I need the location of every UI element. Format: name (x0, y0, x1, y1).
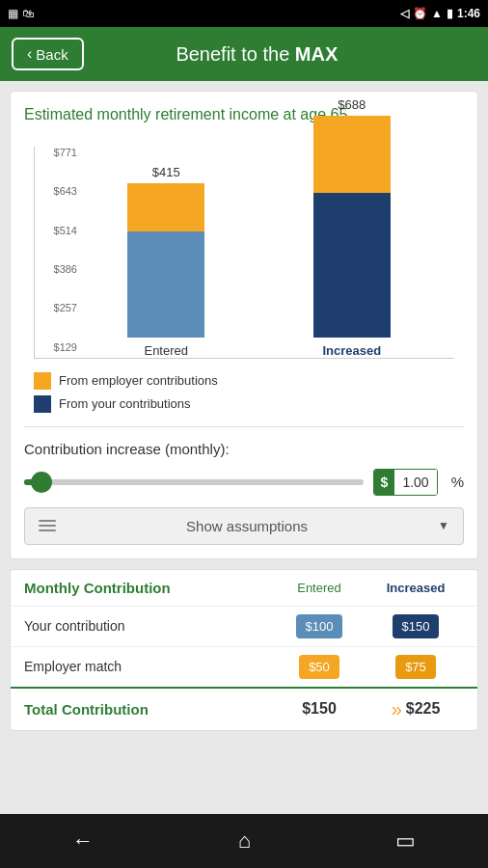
chart-separator (24, 426, 464, 427)
bar-group-increased: $688 Increased (269, 97, 436, 358)
bar-label-entered: Entered (144, 343, 188, 358)
slider-percent-symbol: % (451, 474, 464, 490)
legend-employee-label: From your contributions (59, 396, 191, 411)
bottom-nav: ← ⌂ ▭ (0, 814, 488, 868)
summary-increased-contribution: $150 (393, 614, 440, 638)
header-title: Benefit to the MAX (95, 43, 419, 66)
bar-stack-entered (127, 183, 204, 338)
summary-total-label: Total Contribution (24, 701, 271, 718)
hamburger-line-2 (39, 525, 56, 527)
summary-card: Monthly Contribution Entered Increased Y… (10, 569, 478, 731)
chart-legend: From employer contributions From your co… (24, 372, 464, 413)
grid-icon: ▦ (8, 7, 18, 20)
bar-employer-entered (127, 183, 204, 231)
summary-title: Monthly Contribution (24, 580, 271, 596)
hamburger-line-3 (39, 529, 56, 531)
slider-track[interactable] (24, 479, 364, 485)
battery-icon: ▮ (447, 7, 453, 20)
legend-employee: From your contributions (34, 395, 464, 413)
time-display: 1:46 (457, 7, 480, 20)
hamburger-line-1 (39, 520, 56, 522)
back-chevron-icon: ‹ (27, 45, 32, 63)
y-label-4: $514 (35, 225, 81, 236)
assumptions-label: Show assumptions (66, 518, 428, 534)
summary-row-employer: Employer match $50 $75 (11, 646, 477, 687)
wifi-icon: ▲ (431, 7, 443, 20)
slider-section: Contribution increase (monthly): $ 1.00 … (24, 441, 464, 496)
bar-label-increased: Increased (322, 343, 381, 358)
y-axis: $129 $257 $386 $514 $643 $771 (35, 147, 81, 358)
bar-value-entered: $415 (152, 165, 180, 179)
summary-entered-employer: $50 (299, 655, 339, 679)
dropdown-arrow-icon: ▼ (438, 519, 449, 532)
main-content: Estimated monthly retirement income at a… (0, 81, 488, 814)
summary-total-row: Total Contribution $150 » $225 (11, 687, 477, 730)
summary-col-entered: Entered (271, 581, 367, 595)
bar-stack-increased (313, 116, 391, 338)
slider-dollar-symbol: $ (374, 470, 395, 495)
summary-total-increased: $225 (406, 700, 441, 718)
back-button[interactable]: ‹ Back (12, 38, 84, 70)
chart-container: $129 $257 $386 $514 $643 $771 $415 Enter… (24, 137, 464, 359)
chart-card: Estimated monthly retirement income at a… (10, 91, 478, 559)
slider-label: Contribution increase (monthly): (24, 441, 464, 457)
summary-total-entered: $150 (271, 700, 367, 718)
slider-thumb[interactable] (31, 472, 52, 493)
y-label-5: $643 (35, 185, 81, 197)
back-nav-icon[interactable]: ← (72, 828, 94, 854)
back-label: Back (36, 46, 68, 63)
bar-group-entered: $415 Entered (83, 165, 250, 358)
status-icons-left: ▦ 🛍 (8, 7, 34, 20)
hamburger-icon (39, 520, 56, 531)
bar-employer-increased (313, 116, 391, 193)
chart-area: $129 $257 $386 $514 $643 $771 $415 Enter… (34, 147, 454, 359)
bar-employee-increased (313, 193, 391, 338)
summary-label-contribution: Your contribution (24, 618, 271, 634)
summary-entered-contribution: $100 (296, 614, 343, 638)
double-arrow-icon: » (392, 698, 402, 720)
header: ‹ Back Benefit to the MAX (0, 27, 488, 81)
legend-employer-box (34, 372, 51, 390)
legend-employer-label: From employer contributions (59, 373, 218, 388)
legend-employee-box (34, 395, 51, 413)
y-label-2: $257 (35, 302, 81, 313)
status-bar: ▦ 🛍 ◁ ⏰ ▲ ▮ 1:46 (0, 0, 488, 27)
bag-icon: 🛍 (22, 7, 34, 20)
summary-header: Monthly Contribution Entered Increased (11, 570, 477, 606)
summary-col-increased: Increased (367, 581, 464, 595)
summary-label-employer: Employer match (24, 659, 271, 674)
slider-input-group: $ 1.00 (373, 469, 438, 496)
summary-row-contribution: Your contribution $100 $150 (11, 606, 477, 646)
slider-value[interactable]: 1.00 (394, 470, 436, 495)
status-icons-right: ◁ ⏰ ▲ ▮ 1:46 (400, 7, 480, 20)
show-assumptions-button[interactable]: Show assumptions ▼ (24, 507, 464, 545)
home-nav-icon[interactable]: ⌂ (238, 828, 251, 854)
recents-nav-icon[interactable]: ▭ (395, 828, 416, 854)
legend-employer: From employer contributions (34, 372, 464, 390)
y-label-6: $771 (35, 147, 81, 158)
alarm-icon: ⏰ (413, 7, 427, 20)
bar-employee-entered (127, 231, 204, 338)
bar-value-increased: $688 (338, 97, 366, 112)
y-label-3: $386 (35, 263, 81, 275)
signal-icon: ◁ (400, 7, 409, 20)
y-label-1: $129 (35, 341, 81, 353)
slider-row: $ 1.00 % (24, 469, 464, 496)
summary-increased-employer: $75 (395, 655, 436, 679)
